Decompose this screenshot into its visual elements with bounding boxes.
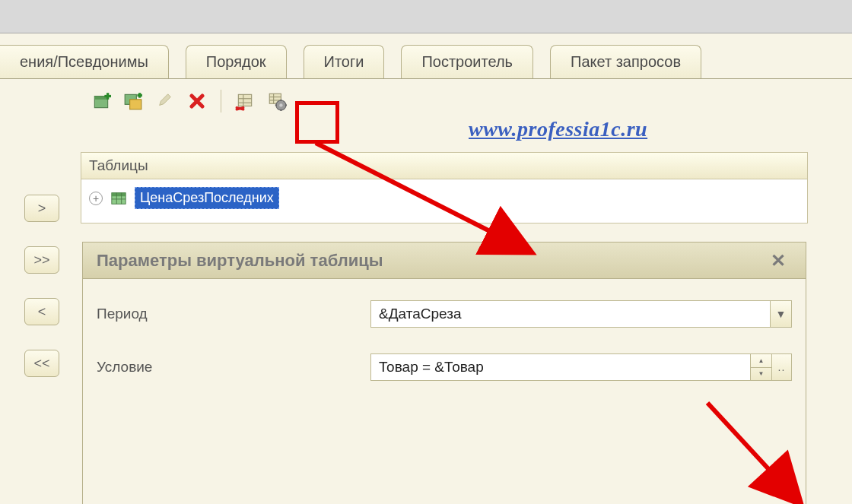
period-label: Период: [97, 306, 363, 322]
tabs-row: ения/Псевдонимы Порядок Итоги Построител…: [0, 33, 852, 79]
expand-icon[interactable]: +: [89, 192, 103, 205]
table-item-name[interactable]: ЦенаСрезПоследних: [135, 187, 279, 209]
row-period: Период &ДатаСреза ▼: [83, 293, 806, 335]
virtual-table-params-icon[interactable]: [265, 90, 288, 113]
period-combo[interactable]: &ДатаСреза ▼: [370, 300, 792, 328]
move-left-button[interactable]: <: [24, 298, 59, 325]
svg-rect-6: [130, 100, 141, 109]
watermark-link: www.professia1c.ru: [469, 118, 647, 141]
condition-input[interactable]: Товар = &Товар ▲▼ ..: [370, 353, 792, 381]
condition-label: Условие: [97, 359, 363, 376]
delete-icon[interactable]: [186, 90, 208, 113]
tables-header: Таблицы: [81, 153, 807, 179]
close-icon[interactable]: ✕: [765, 247, 792, 274]
nav-buttons: > >> < <<: [24, 195, 59, 377]
add-nested-table-icon[interactable]: [122, 90, 145, 113]
svg-rect-9: [238, 94, 251, 106]
spinner-icon[interactable]: ▲▼: [750, 354, 771, 380]
replace-table-icon[interactable]: [234, 90, 256, 113]
tab-aliases[interactable]: ения/Псевдонимы: [0, 45, 169, 78]
move-right-button[interactable]: >: [24, 195, 59, 222]
highlight-box: [295, 101, 339, 144]
edit-icon[interactable]: [154, 90, 176, 113]
tab-query-batch[interactable]: Пакет запросов: [550, 45, 701, 78]
tab-order[interactable]: Порядок: [186, 45, 287, 78]
chevron-down-icon[interactable]: ▼: [770, 301, 791, 327]
tab-builder[interactable]: Построитель: [401, 45, 533, 78]
move-all-left-button[interactable]: <<: [24, 350, 59, 377]
window-titlebar-strip: [0, 0, 852, 33]
svg-rect-24: [112, 192, 126, 196]
condition-value[interactable]: Товар = &Товар: [371, 359, 750, 376]
toolbar-separator: [221, 90, 221, 113]
ellipsis-button[interactable]: ..: [771, 354, 791, 380]
add-table-icon[interactable]: [90, 90, 113, 113]
table-icon: [110, 190, 127, 207]
dialog-title-text: Параметры виртуальной таблицы: [97, 251, 383, 271]
dialog-titlebar: Параметры виртуальной таблицы ✕: [83, 242, 806, 279]
svg-point-18: [279, 103, 282, 106]
virtual-table-params-dialog: Параметры виртуальной таблицы ✕ Период &…: [82, 242, 806, 504]
toolbar: [0, 79, 852, 120]
tables-body: + ЦенаСрезПоследних: [81, 179, 807, 223]
row-condition: Условие Товар = &Товар ▲▼ ..: [83, 346, 806, 388]
tables-panel: Таблицы + ЦенаСрезПоследних: [81, 152, 808, 223]
tab-totals[interactable]: Итоги: [304, 45, 385, 78]
period-value[interactable]: &ДатаСреза: [371, 306, 770, 322]
move-all-right-button[interactable]: >>: [24, 246, 59, 274]
